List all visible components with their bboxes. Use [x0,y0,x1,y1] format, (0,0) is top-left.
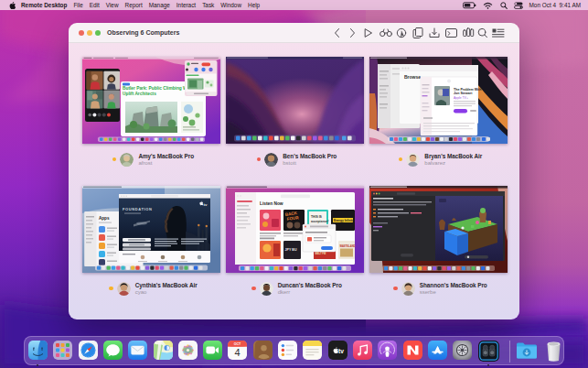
svg-text:tv: tv [204,202,208,207]
svg-text:Butler Park: Public Climbing W: Butler Park: Public Climbing Wal [123,86,190,91]
svg-text:Energy Infinity: Energy Infinity [334,219,354,222]
svg-text:tv: tv [338,348,344,354]
svg-text:MELT FM: MELT FM [315,252,327,255]
svg-text:FOUNDATION: FOUNDATION [123,207,152,211]
svg-text:OCT: OCT [234,342,241,346]
svg-text:THIS IS: THIS IS [311,215,323,219]
svg-text:Listen Now: Listen Now [260,201,283,206]
svg-text:JPY BU: JPY BU [285,248,297,252]
svg-text:4: 4 [235,347,241,358]
svg-text:Apple TV+: Apple TV+ [454,96,468,100]
svg-text:Apps: Apps [99,216,110,221]
svg-text:Uplift Architects: Uplift Architects [123,92,156,96]
svg-text:WASTELAND: WASTELAND [340,244,356,248]
svg-text:Browse: Browse [404,74,421,80]
svg-text:acceptance!: acceptance! [311,220,329,223]
svg-text:Jon Stewart: Jon Stewart [454,92,473,95]
